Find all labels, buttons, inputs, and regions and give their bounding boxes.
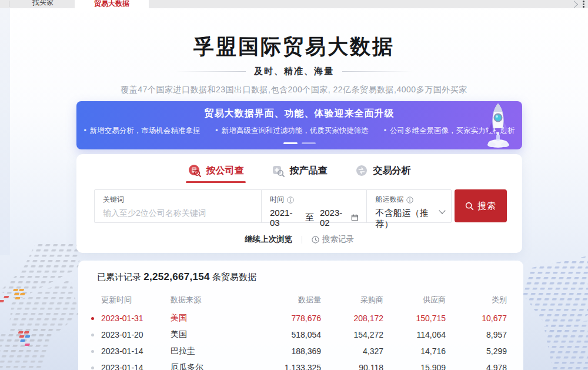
total-records-line: 已累计记录 2,252,667,154 条贸易数据 bbox=[97, 271, 507, 283]
row-data-volume: 778,676 bbox=[241, 314, 321, 323]
map-pattern-left bbox=[0, 244, 79, 370]
table-row[interactable]: 2023-01-14 厄瓜多尔 1,133,325 90,118 15,909 … bbox=[91, 359, 507, 370]
shipping-label: 船运数据 bbox=[375, 195, 403, 205]
row-categories: 5,299 bbox=[446, 346, 507, 356]
info-icon bbox=[406, 196, 413, 204]
tab-trade-big-data[interactable]: 贸易大数据 bbox=[75, 0, 149, 11]
carousel-indicator[interactable] bbox=[302, 142, 316, 145]
banner-title: 贸易大数据界面、功能、体验迎来全面升级 bbox=[76, 108, 522, 120]
kebab-menu-icon[interactable] bbox=[583, 1, 584, 8]
map-pattern-right bbox=[520, 256, 588, 370]
total-records-count: 2,252,667,154 bbox=[143, 271, 210, 282]
col-suppliers: 供应商 bbox=[383, 295, 446, 305]
row-bullet-dot bbox=[91, 350, 94, 353]
table-row[interactable]: 2023-01-20 美国 518,054 154,272 114,064 8,… bbox=[91, 326, 507, 343]
table-row[interactable]: 2023-01-14 巴拉圭 188,369 4,327 14,716 5,29… bbox=[91, 343, 507, 359]
row-data-volume: 518,054 bbox=[241, 330, 321, 339]
search-tab-trade-analysis[interactable]: 交易分析 bbox=[353, 164, 413, 183]
row-data-volume: 1,133,325 bbox=[241, 363, 321, 370]
search-tab-label: 按公司查 bbox=[206, 165, 244, 177]
calendar-icon[interactable] bbox=[351, 214, 359, 222]
col-data-source: 数据来源 bbox=[171, 295, 241, 305]
table-body: 2023-01-31 美国 778,676 208,172 150,715 10… bbox=[91, 310, 507, 370]
col-categories: 类别 bbox=[446, 295, 507, 305]
row-update-time: 2023-01-20 bbox=[101, 330, 171, 339]
upgrade-banner[interactable]: 贸易大数据界面、功能、体验迎来全面升级 新增交易分析，市场机会精准拿捏 新增高级… bbox=[76, 101, 522, 149]
time-separator: 至 bbox=[305, 212, 314, 224]
shipping-selected-value: 不含船运（推荐） bbox=[375, 208, 443, 230]
carousel-indicator-active[interactable] bbox=[283, 142, 298, 145]
time-range-field[interactable]: 时间 2021-03 至 2023-02 bbox=[261, 190, 366, 222]
page-title: 孚盟国际贸易大数据 bbox=[0, 33, 588, 61]
search-tabs: 按公司查 按产品查 bbox=[76, 154, 522, 183]
product-search-icon bbox=[272, 164, 285, 177]
row-bullet-dot bbox=[91, 334, 94, 336]
search-tab-by-product[interactable]: 按产品查 bbox=[269, 164, 329, 183]
continue-last-browse-link[interactable]: 继续上次浏览 bbox=[245, 234, 292, 245]
clock-icon bbox=[312, 236, 319, 244]
tab-find-buyers[interactable]: 找买家 bbox=[24, 0, 62, 8]
coverage-description: 覆盖47个国家进口数据和23国出口数据,包含200个国家, 22亿条贸易数据,4… bbox=[0, 85, 588, 95]
search-button-label: 搜索 bbox=[477, 201, 496, 212]
col-buyers: 采购商 bbox=[321, 295, 383, 305]
row-data-source: 厄瓜多尔 bbox=[171, 362, 241, 370]
search-tab-label: 交易分析 bbox=[373, 165, 411, 177]
row-data-source: 巴拉圭 bbox=[171, 346, 241, 356]
trade-stats-card: 已累计记录 2,252,667,154 条贸易数据 更新时间 数据来源 数据量 … bbox=[78, 261, 523, 370]
keyword-label: 关键词 bbox=[103, 195, 124, 205]
time-label: 时间 bbox=[270, 195, 284, 205]
keyword-field[interactable]: 关键词 bbox=[95, 190, 261, 222]
row-categories: 4,978 bbox=[446, 363, 507, 370]
chevron-right-icon[interactable] bbox=[571, 1, 579, 8]
row-buyers: 4,327 bbox=[321, 346, 383, 356]
col-data-volume: 数据量 bbox=[241, 295, 321, 305]
banner-bullet-2: 新增高级查询和过滤功能，优质买家快捷筛选 bbox=[215, 126, 368, 136]
search-history-label: 搜索记录 bbox=[322, 234, 354, 245]
hero-section: 孚盟国际贸易大数据 及时、精准、海量 覆盖47个国家进口数据和23国出口数据,包… bbox=[0, 33, 588, 95]
row-update-time: 2023-01-31 bbox=[101, 314, 171, 323]
row-buyers: 208,172 bbox=[321, 314, 383, 323]
row-categories: 10,677 bbox=[446, 314, 507, 323]
rocket-illustration bbox=[481, 101, 515, 149]
tab-strip-divider bbox=[9, 1, 9, 7]
banner-bullet-1: 新增交易分析，市场机会精准拿捏 bbox=[83, 126, 200, 136]
row-suppliers: 15,909 bbox=[383, 363, 446, 370]
row-suppliers: 150,715 bbox=[383, 314, 446, 323]
row-update-time: 2023-01-14 bbox=[101, 363, 171, 370]
row-data-source: 美国 bbox=[171, 313, 241, 324]
shipping-data-select[interactable]: 船运数据 不含船运（推荐） bbox=[366, 190, 451, 222]
row-categories: 8,957 bbox=[446, 330, 507, 339]
search-form: 关键词 时间 2021-03 至 2023-02 bbox=[94, 189, 452, 223]
trade-analysis-icon bbox=[355, 164, 368, 177]
keyword-input[interactable] bbox=[103, 208, 253, 218]
search-card: 按公司查 按产品查 bbox=[76, 154, 522, 253]
total-records-suffix: 条贸易数据 bbox=[212, 272, 256, 282]
search-tab-label: 按产品查 bbox=[290, 165, 328, 177]
company-search-icon bbox=[188, 164, 201, 177]
search-icon bbox=[465, 202, 474, 211]
info-icon bbox=[287, 196, 294, 204]
row-bullet-dot bbox=[91, 366, 94, 369]
table-row[interactable]: 2023-01-31 美国 778,676 208,172 150,715 10… bbox=[91, 310, 507, 326]
row-buyers: 154,272 bbox=[321, 330, 383, 339]
row-data-source: 美国 bbox=[171, 329, 241, 340]
row-update-time: 2023-01-14 bbox=[101, 346, 171, 356]
page-subtitle: 及时、精准、海量 bbox=[254, 66, 334, 77]
row-data-volume: 188,369 bbox=[241, 346, 321, 356]
search-history-link[interactable]: 搜索记录 bbox=[312, 234, 354, 245]
row-bullet-dot bbox=[91, 317, 94, 320]
active-tab-underline bbox=[186, 181, 246, 183]
table-header-row: 更新时间 数据来源 数据量 采购商 供应商 类别 bbox=[91, 295, 507, 305]
total-records-prefix: 已累计记录 bbox=[97, 272, 141, 282]
search-tab-by-company[interactable]: 按公司查 bbox=[186, 164, 246, 183]
time-from-value[interactable]: 2021-03 bbox=[270, 208, 299, 228]
col-update-time: 更新时间 bbox=[101, 295, 171, 305]
subtitle-line-left bbox=[175, 71, 246, 72]
row-suppliers: 114,064 bbox=[383, 330, 446, 339]
subtitle-line-right bbox=[342, 71, 413, 72]
row-buyers: 90,118 bbox=[321, 363, 383, 370]
search-button[interactable]: 搜索 bbox=[455, 189, 507, 222]
row-suppliers: 14,716 bbox=[383, 346, 446, 356]
time-to-value[interactable]: 2023-02 bbox=[320, 208, 349, 228]
links-divider bbox=[302, 236, 302, 244]
